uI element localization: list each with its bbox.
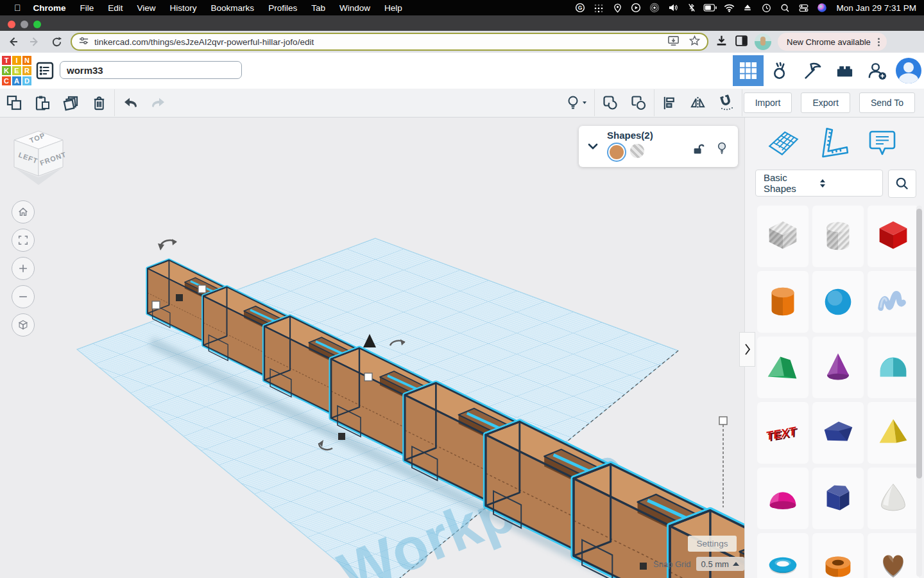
shape-text[interactable]: TEXTTEXT: [757, 402, 809, 464]
zoom-in-button[interactable]: [12, 257, 35, 280]
menu-view[interactable]: View: [130, 3, 163, 13]
ungroup-button[interactable]: [624, 90, 653, 116]
shape-cylinder-hole[interactable]: [812, 206, 864, 267]
show-all-button[interactable]: [560, 90, 593, 116]
send-to-button[interactable]: Send To: [859, 92, 915, 113]
forward-button[interactable]: [26, 33, 44, 51]
menu-file[interactable]: File: [73, 3, 101, 13]
shape-category-select[interactable]: Basic Shapes: [755, 170, 883, 197]
sidebar-scrollbar[interactable]: [916, 206, 922, 577]
bookmark-star-icon[interactable]: [689, 35, 701, 49]
design-name-input[interactable]: [60, 61, 242, 79]
downloads-icon[interactable]: [715, 34, 728, 50]
snap-grid-dropdown[interactable]: 0.5 mm: [696, 557, 744, 571]
delete-button[interactable]: [85, 90, 113, 116]
bluetooth-off-icon[interactable]: [685, 3, 699, 13]
shape-roof[interactable]: [757, 337, 809, 398]
spotlight-icon[interactable]: [778, 3, 792, 13]
visibility-bulb-icon[interactable]: [716, 141, 728, 158]
export-button[interactable]: Export: [801, 92, 850, 113]
ruler-tool-icon[interactable]: [817, 126, 850, 161]
mirror-button[interactable]: [684, 90, 712, 116]
apple-menu[interactable]: : [9, 3, 26, 13]
rotate-handle[interactable]: [158, 239, 176, 250]
dashboard-grid-button[interactable]: [733, 55, 764, 86]
battery-icon[interactable]: [703, 3, 717, 13]
minecraft-pickaxe-button[interactable]: [797, 55, 828, 86]
undo-button[interactable]: [116, 90, 144, 116]
redo-button[interactable]: [144, 90, 173, 116]
color-swatch[interactable]: [608, 144, 625, 161]
wifi-icon[interactable]: [722, 3, 736, 13]
align-button[interactable]: [656, 90, 684, 116]
install-app-icon[interactable]: [667, 35, 680, 49]
siri-icon[interactable]: [815, 3, 829, 13]
shape-cylinder[interactable]: [757, 271, 809, 333]
copy-button[interactable]: [0, 90, 28, 116]
profile-avatar[interactable]: [755, 33, 771, 50]
reload-button[interactable]: [47, 33, 65, 51]
collapse-panel-icon[interactable]: [585, 139, 601, 157]
chrome-update-pill[interactable]: New Chrome available: [778, 33, 887, 51]
scrollbar-thumb[interactable]: [916, 209, 922, 478]
shape-paraboloid[interactable]: [868, 468, 919, 529]
magnet-button[interactable]: [712, 90, 740, 116]
site-settings-icon[interactable]: [78, 35, 89, 49]
control-center-icon[interactable]: [796, 3, 810, 13]
shape-scribble[interactable]: [868, 271, 919, 333]
shape-sphere[interactable]: [812, 271, 864, 333]
account-avatar[interactable]: [896, 58, 921, 83]
shape-half-sphere[interactable]: [757, 468, 809, 529]
time-machine-icon[interactable]: [759, 3, 773, 13]
menubar-clock[interactable]: Mon Jan 29 7:31 PM: [836, 3, 916, 13]
location-icon[interactable]: [610, 3, 624, 13]
group-button[interactable]: [596, 90, 624, 116]
workplane-tool-icon[interactable]: [767, 127, 800, 160]
transparent-swatch[interactable]: [630, 144, 644, 158]
close-window-button[interactable]: [8, 21, 15, 28]
back-button[interactable]: [4, 33, 22, 51]
lock-icon[interactable]: [692, 143, 705, 158]
ripple-icon[interactable]: [647, 3, 662, 13]
shape-diamond[interactable]: [812, 402, 864, 464]
zoom-out-button[interactable]: [12, 285, 35, 308]
shape-pyramid[interactable]: [868, 402, 919, 464]
shape-search-button[interactable]: [888, 170, 916, 198]
tailscale-icon[interactable]: [592, 3, 606, 13]
notes-tool-icon[interactable]: [867, 127, 898, 160]
perspective-toggle-button[interactable]: [12, 313, 35, 337]
play-circle-icon[interactable]: [629, 3, 643, 13]
sim-lab-button[interactable]: [765, 55, 796, 86]
shape-torus[interactable]: [757, 533, 809, 578]
menu-tab[interactable]: Tab: [304, 3, 332, 13]
import-button[interactable]: Import: [744, 92, 792, 113]
shape-heart[interactable]: [868, 533, 919, 578]
menu-history[interactable]: History: [163, 3, 204, 13]
fit-view-button[interactable]: [12, 229, 35, 252]
view-cube[interactable]: TOP LEFT FRONT: [6, 126, 71, 188]
home-view-button[interactable]: [12, 200, 35, 223]
menu-chrome[interactable]: Chrome: [26, 3, 73, 13]
eject-icon[interactable]: [740, 3, 755, 13]
design-canvas[interactable]: Workplane: [0, 117, 744, 578]
menu-bookmarks[interactable]: Bookmarks: [204, 3, 262, 13]
shape-box-hole[interactable]: [757, 206, 809, 267]
side-panel-icon[interactable]: [735, 34, 748, 50]
shape-cone[interactable]: [812, 337, 864, 398]
lego-brick-button[interactable]: [829, 55, 860, 86]
scene-3d[interactable]: Workplane: [0, 117, 744, 578]
sidebar-collapse-handle[interactable]: [739, 332, 755, 367]
browser-menu-icon[interactable]: [875, 38, 883, 46]
shape-tube[interactable]: [812, 533, 864, 578]
menu-profiles[interactable]: Profiles: [261, 3, 304, 13]
paste-button[interactable]: [28, 90, 56, 116]
address-bar[interactable]: tinkercad.com/things/esJzeAI2qvr-powerfu…: [71, 33, 708, 51]
url-text[interactable]: tinkercad.com/things/esJzeAI2qvr-powerfu…: [94, 37, 667, 47]
minimize-window-button[interactable]: [21, 21, 28, 28]
duplicate-button[interactable]: [56, 90, 85, 116]
google-icon[interactable]: G: [573, 3, 587, 13]
shape-round-roof[interactable]: [868, 337, 919, 398]
menu-window[interactable]: Window: [332, 3, 377, 13]
menu-help[interactable]: Help: [377, 3, 409, 13]
tinkercad-logo[interactable]: TINKERCAD: [1, 55, 32, 86]
